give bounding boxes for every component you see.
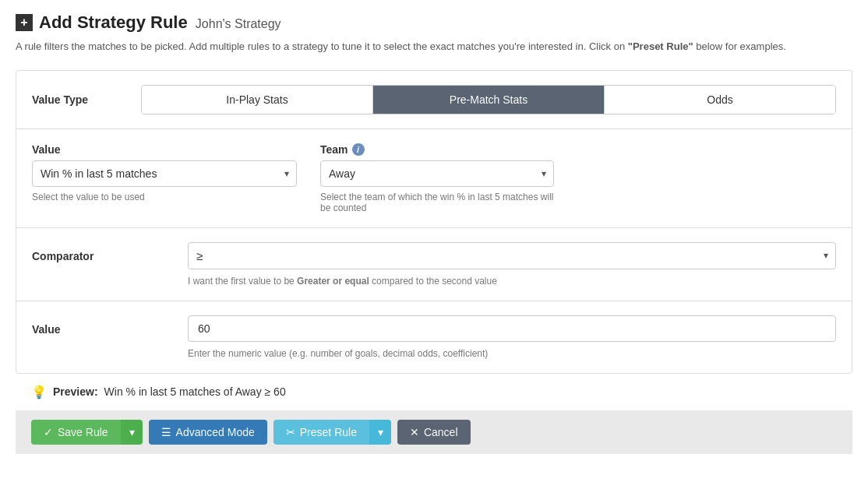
tab-in-play-stats[interactable]: In-Play Stats [142, 86, 373, 114]
page-subtitle: A rule filters the matches to be picked.… [16, 39, 852, 55]
comparator-select[interactable]: ≥ ≤ > < = [188, 242, 836, 269]
comparator-label: Comparator [32, 242, 172, 262]
team-field-hint: Select the team of which the win % in la… [320, 192, 554, 213]
value-type-tabs: In-Play Stats Pre-Match Stats Odds [141, 85, 836, 114]
preset-rule-split-icon: ▾ [378, 426, 383, 438]
comparator-section: Comparator ≥ ≤ > < = ▾ I want the firs [16, 228, 852, 301]
value-input[interactable] [188, 315, 836, 342]
save-rule-group: ✓ Save Rule ▾ [31, 420, 143, 445]
value-select-wrapper: Win % in last 5 matches Goals scored Goa… [32, 160, 297, 187]
value-field-hint: Select the value to be used [32, 192, 297, 202]
checkmark-icon: ✓ [44, 426, 53, 438]
strategy-name: John's Strategy [196, 17, 281, 30]
value-type-section: Value Type In-Play Stats Pre-Match Stats… [16, 71, 852, 129]
preview-label: Preview: [53, 385, 98, 398]
value-input-label: Value [32, 315, 172, 336]
save-rule-split-icon: ▾ [129, 426, 135, 438]
comparator-select-wrapper: ≥ ≤ > < = ▾ [188, 242, 836, 269]
comparator-hint: I want the first value to be Greater or … [188, 276, 836, 287]
footer-bar: ✓ Save Rule ▾ ☰ Advanced Mode ✂ Preset R… [16, 410, 852, 454]
value-type-label: Value Type [32, 93, 141, 106]
tab-odds[interactable]: Odds [605, 86, 835, 114]
value-input-section: Value Enter the numeric value (e.g. numb… [16, 301, 852, 373]
preview-bar: 💡 Preview: Win % in last 5 matches of Aw… [16, 374, 852, 410]
preset-rule-dropdown-button[interactable]: ▾ [369, 420, 391, 445]
value-input-hint: Enter the numeric value (e.g. number of … [188, 348, 836, 359]
comparator-right: ≥ ≤ > < = ▾ I want the first value to be… [188, 242, 836, 287]
save-rule-button[interactable]: ✓ Save Rule [31, 420, 121, 445]
add-icon: + [16, 14, 33, 31]
list-icon: ☰ [161, 426, 171, 438]
team-info-icon: i [352, 143, 365, 156]
value-field-group: Value Win % in last 5 matches Goals scor… [32, 143, 297, 213]
preset-rule-group: ✂ Preset Rule ▾ [273, 420, 391, 445]
tab-pre-match-stats[interactable]: Pre-Match Stats [373, 86, 605, 114]
cancel-button[interactable]: ✕ Cancel [397, 420, 471, 445]
preset-rule-button[interactable]: ✂ Preset Rule [273, 420, 369, 445]
times-icon: ✕ [410, 426, 419, 438]
value-input-right: Enter the numeric value (e.g. number of … [188, 315, 836, 359]
value-label: Value [32, 143, 297, 156]
value-select[interactable]: Win % in last 5 matches Goals scored Goa… [32, 160, 297, 187]
save-rule-dropdown-button[interactable]: ▾ [121, 420, 143, 445]
team-field-group: Team i Home Away Both ▾ Select the team … [320, 143, 554, 213]
page-title: Add Strategy Rule John's Strategy [39, 12, 281, 33]
preview-text: Win % in last 5 matches of Away ≥ 60 [104, 385, 286, 398]
preview-icon: 💡 [31, 385, 47, 399]
team-select[interactable]: Home Away Both [320, 160, 554, 187]
advanced-mode-button[interactable]: ☰ Advanced Mode [149, 420, 267, 445]
scissors-icon: ✂ [286, 426, 295, 438]
team-select-wrapper: Home Away Both ▾ [320, 160, 554, 187]
team-label: Team i [320, 143, 554, 156]
value-team-section: Value Win % in last 5 matches Goals scor… [16, 129, 852, 228]
main-card: Value Type In-Play Stats Pre-Match Stats… [16, 70, 852, 374]
